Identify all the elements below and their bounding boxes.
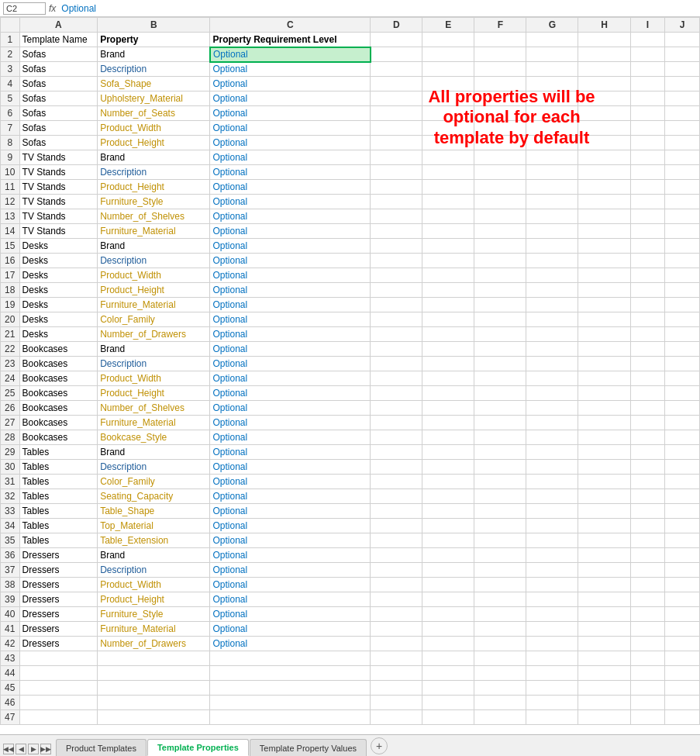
cell-C30[interactable]: Optional: [210, 460, 371, 475]
cell-B4[interactable]: Sofa_Shape: [98, 77, 210, 91]
cell-B30[interactable]: Description: [98, 460, 210, 475]
cell-E2[interactable]: [422, 47, 474, 62]
cell-D2[interactable]: [371, 47, 422, 62]
cell-B37[interactable]: Description: [98, 563, 210, 578]
cell-G28[interactable]: [526, 430, 578, 445]
cell-I15[interactable]: [630, 239, 665, 254]
cell-J27[interactable]: [665, 416, 700, 430]
cell-F7[interactable]: [474, 121, 526, 136]
cell-I38[interactable]: [630, 578, 665, 592]
col-header-E[interactable]: E: [422, 18, 474, 33]
cell-D1[interactable]: [371, 33, 422, 47]
cell-J29[interactable]: [665, 445, 700, 460]
cell-G24[interactable]: [526, 371, 578, 386]
cell-C38[interactable]: Optional: [210, 578, 371, 592]
cell-C13[interactable]: Optional: [210, 209, 371, 224]
cell-E45[interactable]: [422, 681, 474, 696]
cell-E29[interactable]: [422, 445, 474, 460]
cell-E20[interactable]: [422, 312, 474, 327]
cell-A43[interactable]: [19, 651, 98, 666]
cell-G18[interactable]: [526, 283, 578, 298]
cell-I32[interactable]: [630, 489, 665, 504]
cell-B28[interactable]: Bookcase_Style: [98, 430, 210, 445]
cell-G7[interactable]: [526, 121, 578, 136]
cell-H37[interactable]: [578, 563, 630, 578]
cell-G34[interactable]: [526, 519, 578, 533]
cell-C18[interactable]: Optional: [210, 283, 371, 298]
cell-E28[interactable]: [422, 430, 474, 445]
cell-H28[interactable]: [578, 430, 630, 445]
sheet-tab-template-property-values[interactable]: Template Property Values: [250, 739, 367, 756]
cell-F16[interactable]: [474, 254, 526, 268]
cell-I47[interactable]: [630, 710, 665, 725]
cell-E1[interactable]: [422, 33, 474, 47]
cell-J47[interactable]: [665, 710, 700, 725]
cell-H39[interactable]: [578, 592, 630, 607]
cell-G10[interactable]: [526, 165, 578, 180]
cell-A16[interactable]: Desks: [19, 254, 98, 268]
cell-I14[interactable]: [630, 224, 665, 239]
cell-A33[interactable]: Tables: [19, 504, 98, 519]
cell-B34[interactable]: Top_Material: [98, 519, 210, 533]
cell-F29[interactable]: [474, 445, 526, 460]
cell-F31[interactable]: [474, 475, 526, 489]
cell-C11[interactable]: Optional: [210, 180, 371, 195]
cell-F40[interactable]: [474, 607, 526, 622]
cell-reference-box[interactable]: [3, 2, 46, 15]
cell-E15[interactable]: [422, 239, 474, 254]
cell-E14[interactable]: [422, 224, 474, 239]
cell-B42[interactable]: Number_of_Drawers: [98, 637, 210, 651]
cell-J43[interactable]: [665, 651, 700, 666]
cell-I19[interactable]: [630, 298, 665, 312]
cell-A6[interactable]: Sofas: [19, 106, 98, 121]
cell-J19[interactable]: [665, 298, 700, 312]
cell-B17[interactable]: Product_Width: [98, 268, 210, 283]
cell-H30[interactable]: [578, 460, 630, 475]
cell-G40[interactable]: [526, 607, 578, 622]
cell-E44[interactable]: [422, 666, 474, 681]
cell-E32[interactable]: [422, 489, 474, 504]
cell-C26[interactable]: Optional: [210, 401, 371, 416]
cell-J39[interactable]: [665, 592, 700, 607]
cell-G30[interactable]: [526, 460, 578, 475]
cell-H38[interactable]: [578, 578, 630, 592]
cell-D12[interactable]: [371, 195, 422, 209]
cell-E12[interactable]: [422, 195, 474, 209]
cell-B20[interactable]: Color_Family: [98, 312, 210, 327]
cell-G23[interactable]: [526, 357, 578, 371]
cell-D14[interactable]: [371, 224, 422, 239]
cell-E24[interactable]: [422, 371, 474, 386]
cell-J33[interactable]: [665, 504, 700, 519]
cell-H42[interactable]: [578, 637, 630, 651]
cell-B29[interactable]: Brand: [98, 445, 210, 460]
nav-arrow-last[interactable]: ▶▶: [40, 744, 51, 754]
cell-C39[interactable]: Optional: [210, 592, 371, 607]
cell-C33[interactable]: Optional: [210, 504, 371, 519]
cell-G13[interactable]: [526, 209, 578, 224]
cell-J3[interactable]: [665, 62, 700, 77]
cell-H16[interactable]: [578, 254, 630, 268]
cell-H21[interactable]: [578, 327, 630, 342]
cell-G5[interactable]: [526, 91, 578, 106]
cell-I17[interactable]: [630, 268, 665, 283]
cell-B19[interactable]: Furniture_Material: [98, 298, 210, 312]
cell-D45[interactable]: [371, 681, 422, 696]
cell-E17[interactable]: [422, 268, 474, 283]
cell-G33[interactable]: [526, 504, 578, 519]
cell-H35[interactable]: [578, 533, 630, 548]
cell-C44[interactable]: [210, 666, 371, 681]
cell-A20[interactable]: Desks: [19, 312, 98, 327]
cell-J42[interactable]: [665, 637, 700, 651]
cell-C45[interactable]: [210, 681, 371, 696]
col-header-C[interactable]: C: [210, 18, 371, 33]
cell-D36[interactable]: [371, 548, 422, 563]
cell-F39[interactable]: [474, 592, 526, 607]
cell-A8[interactable]: Sofas: [19, 136, 98, 150]
cell-H12[interactable]: [578, 195, 630, 209]
cell-A28[interactable]: Bookcases: [19, 430, 98, 445]
cell-B31[interactable]: Color_Family: [98, 475, 210, 489]
cell-C40[interactable]: Optional: [210, 607, 371, 622]
cell-A14[interactable]: TV Stands: [19, 224, 98, 239]
cell-B36[interactable]: Brand: [98, 548, 210, 563]
cell-I3[interactable]: [630, 62, 665, 77]
